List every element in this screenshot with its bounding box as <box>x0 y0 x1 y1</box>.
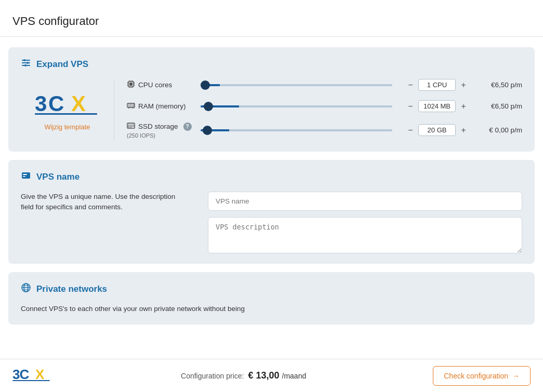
page-title: VPS configurator <box>12 15 531 28</box>
svg-text:3: 3 <box>35 91 46 116</box>
vps-name-section: VPS name Give the VPS a unique name. Use… <box>8 160 535 264</box>
private-networks-header: Private networks <box>21 282 522 295</box>
content-area: Expand VPS 3 C X Wijzig template <box>0 37 543 335</box>
sliders-panel: CPU cores − 1 CPU + €6,50 p/m <box>127 79 522 141</box>
cpu-value: 1 CPU <box>418 79 456 91</box>
bottom-logo-svg: 3C X <box>12 366 54 383</box>
ram-value: 1024 MB <box>418 100 456 112</box>
ram-price: €6,50 p/m <box>475 102 522 110</box>
config-price-label: Configuration price: <box>181 372 244 380</box>
vps-name-description: Give the VPS a unique name. Use the desc… <box>21 192 187 213</box>
svg-point-1 <box>23 59 25 61</box>
ssd-help-icon[interactable]: ? <box>183 123 192 131</box>
cpu-row: CPU cores − 1 CPU + €6,50 p/m <box>127 79 522 91</box>
check-config-arrow-icon: → <box>512 372 520 380</box>
svg-rect-48 <box>12 380 50 381</box>
vps-name-title: VPS name <box>36 172 80 182</box>
bottom-logo: 3C X <box>12 366 54 386</box>
threecx-logo-svg: 3 C X <box>34 89 101 118</box>
cpu-label-group: CPU cores <box>127 80 194 90</box>
ram-increment-btn[interactable]: + <box>458 101 469 112</box>
ssd-label-text: SSD storage <box>138 123 178 130</box>
expand-vps-title: Expand VPS <box>36 59 88 70</box>
cpu-slider[interactable] <box>201 84 392 86</box>
config-price-period: /maand <box>282 372 307 380</box>
ssd-value: 20 GB <box>418 124 456 136</box>
ssd-slider-container[interactable] <box>201 129 392 131</box>
vps-name-body: Give the VPS a unique name. Use the desc… <box>21 192 522 253</box>
svg-text:C: C <box>48 91 64 116</box>
ram-slider-container[interactable] <box>201 105 392 107</box>
ram-slider[interactable] <box>201 105 392 107</box>
svg-rect-38 <box>22 172 30 179</box>
cpu-slider-container[interactable] <box>201 84 392 86</box>
private-networks-section: Private networks Connect VPS's to each o… <box>8 272 535 325</box>
template-panel: 3 C X Wijzig template <box>21 79 114 141</box>
ssd-icon <box>127 121 135 131</box>
private-networks-title: Private networks <box>36 284 107 294</box>
private-networks-icon <box>21 282 31 295</box>
expand-vps-body: 3 C X Wijzig template <box>21 79 522 141</box>
cpu-price: €6,50 p/m <box>475 81 522 89</box>
ssd-label: SSD storage ? <box>127 121 194 131</box>
sliders-icon <box>21 58 31 71</box>
config-price-amount: € 13,00 <box>248 370 279 381</box>
wijzig-template-link[interactable]: Wijzig template <box>44 123 90 131</box>
private-networks-desc: Connect VPS's to each other via your own… <box>21 304 522 314</box>
ram-icon <box>127 101 135 111</box>
config-price-area: Configuration price: € 13,00 /maand <box>181 370 306 381</box>
vps-name-header: VPS name <box>21 170 522 183</box>
ssd-increment-btn[interactable]: + <box>458 125 469 136</box>
cpu-stepper: − 1 CPU + <box>405 79 469 91</box>
expand-vps-header: Expand VPS <box>21 58 522 71</box>
check-configuration-button[interactable]: Check configuration → <box>433 366 531 386</box>
page-header: VPS configurator <box>0 0 543 37</box>
cpu-decrement-btn[interactable]: − <box>405 79 416 91</box>
ssd-row: SSD storage ? (250 IOPS) − 20 GB + <box>127 121 522 139</box>
svg-rect-11 <box>129 83 133 86</box>
ram-row: RAM (memory) − 1024 MB + €6,50 p/m <box>127 100 522 112</box>
cpu-icon <box>127 80 135 90</box>
svg-rect-40 <box>23 176 25 177</box>
svg-rect-9 <box>35 113 97 115</box>
vps-name-icon <box>21 170 31 183</box>
ssd-subtext: (250 IOPS) <box>127 132 194 139</box>
ram-decrement-btn[interactable]: − <box>405 101 416 112</box>
cpu-label: CPU cores <box>127 80 194 90</box>
config-price-value: € 13,00 /maand <box>248 370 306 381</box>
ram-stepper: − 1024 MB + <box>405 100 469 112</box>
bottom-bar: 3C X Configuration price: € 13,00 /maand… <box>0 359 543 392</box>
vps-description-input[interactable] <box>208 217 522 253</box>
ssd-decrement-btn[interactable]: − <box>405 125 416 136</box>
vps-name-inputs <box>208 192 522 253</box>
ram-label: RAM (memory) <box>127 101 194 111</box>
ram-label-group: RAM (memory) <box>127 101 194 111</box>
svg-text:X: X <box>35 367 45 382</box>
vps-name-input[interactable] <box>208 192 522 211</box>
ssd-stepper: − 20 GB + <box>405 124 469 136</box>
private-networks-body: Connect VPS's to each other via your own… <box>21 304 522 314</box>
svg-point-36 <box>128 127 129 128</box>
svg-text:3C: 3C <box>12 367 29 382</box>
ssd-label-group: SSD storage ? (250 IOPS) <box>127 121 194 139</box>
svg-text:X: X <box>71 91 86 116</box>
svg-point-5 <box>24 64 27 66</box>
svg-point-3 <box>27 62 29 64</box>
cpu-increment-btn[interactable]: + <box>458 79 469 91</box>
ssd-slider[interactable] <box>201 129 392 131</box>
svg-point-37 <box>130 127 131 128</box>
check-config-label: Check configuration <box>444 372 508 380</box>
expand-vps-section: Expand VPS 3 C X Wijzig template <box>8 47 535 152</box>
svg-rect-39 <box>23 174 27 175</box>
template-logo: 3 C X <box>34 89 101 118</box>
ram-label-text: RAM (memory) <box>138 102 186 110</box>
ssd-price: € 0,00 p/m <box>475 126 522 134</box>
cpu-label-text: CPU cores <box>138 81 172 89</box>
